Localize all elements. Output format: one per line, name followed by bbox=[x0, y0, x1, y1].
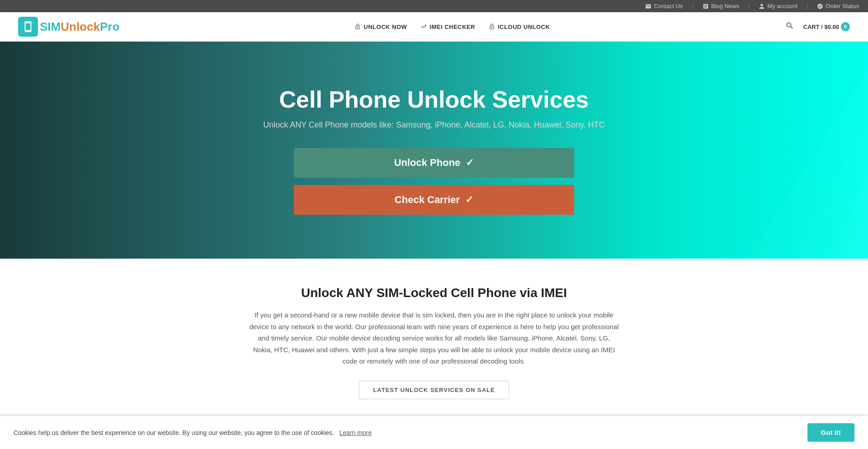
svg-marker-2 bbox=[778, 87, 868, 259]
unlock-now-link[interactable]: Unlock Now bbox=[354, 24, 407, 30]
nav-right: CART / $0.00 0 bbox=[785, 21, 850, 33]
checkmark-icon: ✓ bbox=[466, 157, 474, 169]
logo-text: SIMUnlockPro bbox=[40, 20, 119, 34]
content-section: Unlock ANY SIM-Locked Cell Phone via IME… bbox=[231, 259, 637, 417]
blog-news-label: Blog News bbox=[711, 3, 739, 9]
learn-more-link[interactable]: Learn more bbox=[340, 429, 372, 436]
logo-icon bbox=[18, 17, 38, 37]
content-heading: Unlock ANY SIM-Locked Cell Phone via IME… bbox=[249, 286, 619, 300]
hero-title: Cell Phone Unlock Services bbox=[279, 86, 589, 113]
imei-checker-label: IMEI Checker bbox=[429, 24, 475, 30]
check-carrier-button[interactable]: Check Carrier ✓ bbox=[294, 185, 574, 215]
contact-us-label: Contact Us bbox=[654, 3, 683, 9]
icloud-unlock-link[interactable]: iCloud Unlock bbox=[489, 24, 550, 30]
icloud-unlock-label: iCloud Unlock bbox=[498, 24, 550, 30]
top-bar: Contact Us | Blog News | My account | Or… bbox=[0, 0, 868, 12]
cart-link[interactable]: CART / $0.00 0 bbox=[803, 22, 850, 31]
cookie-banner: Cookies help us deliver the best experie… bbox=[0, 416, 868, 449]
main-nav: SIMUnlockPro Unlock Now IMEI Checker iCl… bbox=[0, 12, 868, 42]
cart-label: CART / $0.00 bbox=[803, 24, 839, 30]
hero-buttons: Unlock Phone ✓ Check Carrier ✓ bbox=[294, 148, 574, 215]
svg-marker-0 bbox=[687, 42, 868, 259]
my-account-label: My account bbox=[767, 3, 797, 9]
unlock-phone-button[interactable]: Unlock Phone ✓ bbox=[294, 148, 574, 178]
unlock-phone-label: Unlock Phone bbox=[394, 157, 461, 169]
svg-marker-3 bbox=[823, 42, 868, 259]
logo-link[interactable]: SIMUnlockPro bbox=[18, 17, 119, 37]
imei-checker-link[interactable]: IMEI Checker bbox=[420, 24, 475, 30]
nav-links: Unlock Now IMEI Checker iCloud Unlock bbox=[133, 24, 771, 30]
hero-section: Cell Phone Unlock Services Unlock ANY Ce… bbox=[0, 42, 868, 259]
order-status-label: Order Status bbox=[826, 3, 859, 9]
got-it-button[interactable]: Got it! bbox=[807, 423, 854, 442]
cookie-text: Cookies help us deliver the best experie… bbox=[14, 429, 800, 436]
check-carrier-label: Check Carrier bbox=[395, 194, 460, 206]
blog-news-link[interactable]: Blog News bbox=[703, 3, 739, 9]
search-button[interactable] bbox=[785, 21, 794, 33]
content-body: If you get a second-hand or a new mobile… bbox=[249, 309, 619, 367]
order-status-link[interactable]: Order Status bbox=[817, 3, 859, 9]
svg-marker-4 bbox=[732, 222, 868, 259]
contact-us-link[interactable]: Contact Us bbox=[645, 3, 683, 9]
svg-marker-1 bbox=[732, 42, 868, 259]
unlock-now-label: Unlock Now bbox=[363, 24, 407, 30]
hero-subtitle: Unlock ANY Cell Phone models like: Samsu… bbox=[263, 120, 605, 130]
cart-count: 0 bbox=[841, 22, 850, 31]
latest-services-button[interactable]: LATEST UNLOCK SERVICES ON SALE bbox=[359, 381, 509, 399]
checkmark-icon-2: ✓ bbox=[465, 194, 473, 206]
my-account-link[interactable]: My account bbox=[759, 3, 797, 9]
